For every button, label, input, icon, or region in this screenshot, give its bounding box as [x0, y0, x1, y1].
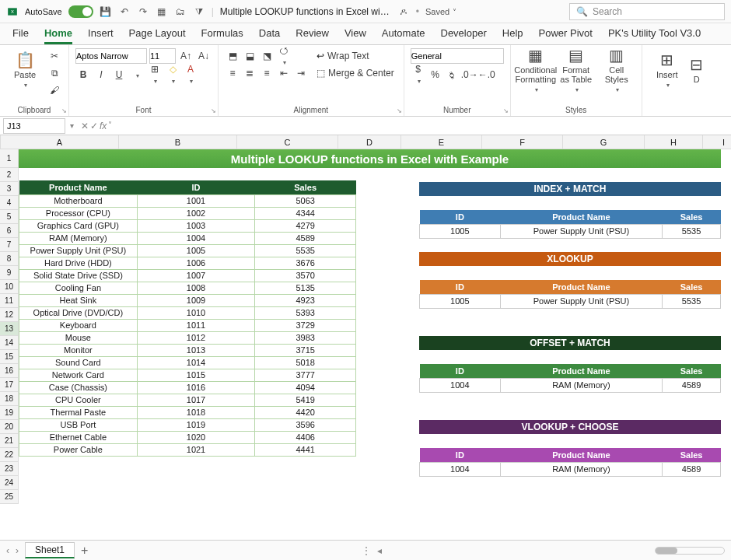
font-size-select[interactable]: [149, 48, 176, 64]
merge-center-button[interactable]: Merge & Center: [328, 65, 394, 81]
cell[interactable]: Power Supply Unit (PSU): [500, 294, 662, 308]
cell[interactable]: Heat Sink: [19, 294, 138, 306]
increase-decimal-button[interactable]: .0→: [462, 67, 477, 82]
cell[interactable]: Network Card: [19, 369, 138, 381]
copy-button[interactable]: ⧉: [47, 65, 62, 81]
cell[interactable]: 4406: [255, 431, 356, 443]
fill-color-button[interactable]: ◇: [165, 67, 180, 82]
column-header-C[interactable]: C: [237, 135, 338, 149]
wrap-text-button[interactable]: Wrap Text: [327, 48, 369, 64]
cell[interactable]: 1001: [137, 194, 255, 207]
row-header-18[interactable]: 18: [0, 392, 19, 406]
horizontal-scrollbar[interactable]: [655, 547, 725, 555]
align-center-button[interactable]: ≣: [242, 65, 257, 81]
search-box[interactable]: 🔍 Search: [569, 3, 725, 20]
paste-button[interactable]: 📋 Paste: [6, 48, 44, 92]
sheet-options-icon[interactable]: ⋮: [362, 545, 371, 556]
italic-button[interactable]: I: [93, 67, 109, 82]
column-header-A[interactable]: A: [1, 135, 119, 149]
cell[interactable]: Ethernet Cable: [19, 431, 138, 443]
file-name[interactable]: Multiple LOOKUP functions in Excel with …: [220, 6, 391, 17]
column-header-D[interactable]: D: [338, 135, 401, 149]
cell[interactable]: Mouse: [19, 331, 138, 344]
cell[interactable]: Monitor: [19, 344, 138, 356]
align-right-button[interactable]: ≡: [259, 65, 275, 81]
cell[interactable]: 1005: [420, 224, 501, 238]
row-header-9[interactable]: 9: [0, 266, 19, 280]
formula-input[interactable]: [115, 118, 731, 134]
autosave-toggle[interactable]: [68, 5, 93, 18]
worksheet-grid[interactable]: 1234567891011121314151617181920212223242…: [0, 149, 731, 540]
column-header-G[interactable]: G: [563, 135, 645, 149]
tab-formulas[interactable]: Formulas: [201, 27, 243, 44]
cell[interactable]: USB Port: [19, 418, 138, 431]
row-header-13[interactable]: 13: [0, 322, 19, 336]
cell[interactable]: 5419: [255, 394, 356, 406]
format-painter-button[interactable]: 🖌: [47, 82, 62, 98]
cell[interactable]: 1016: [137, 381, 255, 394]
cell[interactable]: 5063: [255, 194, 356, 207]
cell[interactable]: 1011: [137, 319, 255, 331]
add-sheet-button[interactable]: +: [81, 544, 88, 558]
cell[interactable]: 3570: [255, 269, 356, 282]
cell[interactable]: Sound Card: [19, 356, 138, 369]
cell[interactable]: 1002: [137, 207, 255, 219]
increase-indent-button[interactable]: ⇥: [293, 65, 309, 81]
cell[interactable]: Case (Chassis): [19, 381, 138, 394]
row-header-7[interactable]: 7: [0, 238, 19, 252]
cell[interactable]: 4344: [255, 207, 356, 219]
row-header-14[interactable]: 14: [0, 336, 19, 350]
row-header-15[interactable]: 15: [0, 350, 19, 364]
saved-status[interactable]: Saved: [425, 7, 456, 16]
delete-cells-button[interactable]: ⊟ D: [689, 48, 705, 92]
column-header-F[interactable]: F: [482, 135, 563, 149]
align-left-button[interactable]: ≡: [225, 65, 240, 81]
cell-styles-button[interactable]: ▥ Cell Styles: [598, 48, 635, 92]
cut-button[interactable]: ✂: [47, 48, 62, 64]
cell[interactable]: Optical Drive (DVD/CD): [19, 306, 138, 319]
name-box[interactable]: [3, 118, 65, 134]
column-header-H[interactable]: H: [645, 135, 703, 149]
orientation-button[interactable]: ⭯: [276, 48, 292, 64]
row-header-2[interactable]: 2: [0, 168, 19, 182]
tab-power-pivot[interactable]: Power Pivot: [539, 27, 593, 44]
row-header-3[interactable]: 3: [0, 182, 19, 196]
cell[interactable]: 1008: [137, 282, 255, 294]
namebox-expand[interactable]: ▾: [65, 120, 78, 132]
row-header-8[interactable]: 8: [0, 252, 19, 266]
row-header-22[interactable]: 22: [0, 448, 19, 462]
cell[interactable]: 1004: [420, 378, 501, 392]
row-header-25[interactable]: 25: [0, 490, 19, 504]
align-middle-button[interactable]: ⬓: [242, 48, 257, 64]
tab-view[interactable]: View: [345, 27, 366, 44]
tab-insert[interactable]: Insert: [88, 27, 114, 44]
accessibility-icon[interactable]: ዶ: [397, 5, 410, 18]
row-header-17[interactable]: 17: [0, 378, 19, 392]
cell[interactable]: 1020: [137, 431, 255, 443]
borders-button[interactable]: ⊞: [147, 67, 163, 82]
cancel-formula-icon[interactable]: ✕: [81, 121, 89, 131]
sheet-nav-next[interactable]: ›: [16, 545, 19, 556]
cell[interactable]: 1017: [137, 394, 255, 406]
tab-file[interactable]: File: [12, 27, 29, 44]
tab-help[interactable]: Help: [502, 27, 523, 44]
tab-developer[interactable]: Developer: [441, 27, 487, 44]
cell[interactable]: Motherboard: [19, 194, 138, 207]
undo-icon[interactable]: ↶: [118, 5, 131, 18]
tab-automate[interactable]: Automate: [382, 27, 425, 44]
comma-button[interactable]: ⱒ: [445, 67, 460, 82]
underline-button[interactable]: U: [111, 67, 127, 82]
cell[interactable]: 4589: [663, 378, 721, 392]
cell[interactable]: Power Supply Unit (PSU): [19, 244, 138, 257]
column-header-I[interactable]: I: [703, 135, 731, 149]
cell[interactable]: 1005: [137, 244, 255, 257]
column-header-E[interactable]: E: [401, 135, 482, 149]
cell[interactable]: 4420: [255, 406, 356, 418]
cell[interactable]: 4279: [255, 219, 356, 232]
tab-review[interactable]: Review: [296, 27, 329, 44]
folder-icon[interactable]: 🗂: [174, 5, 187, 18]
cell[interactable]: 1014: [137, 356, 255, 369]
cell[interactable]: CPU Cooler: [19, 394, 138, 406]
cell[interactable]: 1009: [137, 294, 255, 306]
tab-home[interactable]: Home: [44, 27, 72, 44]
